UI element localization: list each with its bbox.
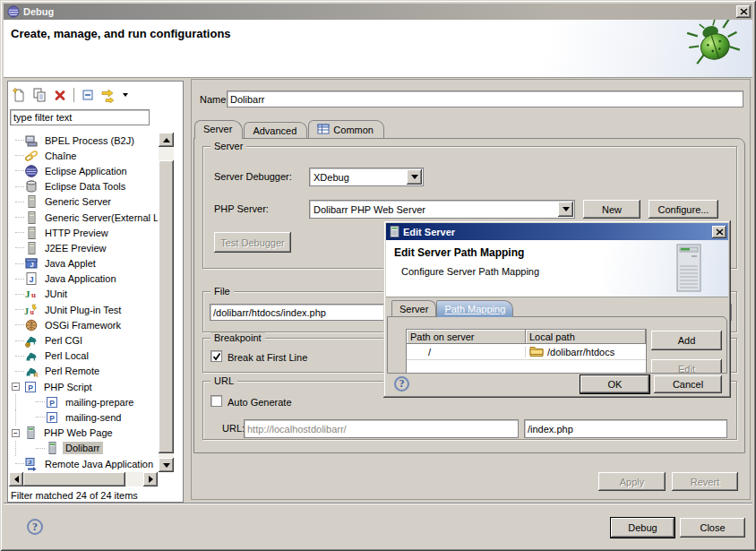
- path-on-server-cell: /: [407, 347, 526, 357]
- tree-item-eclipse-data-tools[interactable]: Eclipse Data Tools: [9, 179, 158, 194]
- close-button[interactable]: Close: [680, 518, 745, 538]
- window-titlebar[interactable]: Debug: [4, 4, 752, 20]
- tree-guide-line: [15, 356, 24, 357]
- break-at-first-line-checkbox[interactable]: [210, 350, 222, 362]
- tree-item-http-preview[interactable]: HTTP Preview: [9, 225, 158, 240]
- edit-button[interactable]: Edit: [651, 359, 722, 374]
- tree-item-java-application[interactable]: JJava Application: [9, 271, 158, 287]
- debug-button[interactable]: Debug: [611, 518, 674, 538]
- auto-generate-label: Auto Generate: [228, 397, 292, 408]
- column-local-path[interactable]: Local path: [526, 330, 646, 344]
- tab-advanced[interactable]: Advanced: [244, 122, 307, 139]
- collapse-all-icon[interactable]: [79, 86, 97, 104]
- name-input[interactable]: [227, 90, 743, 108]
- scroll-up-arrow[interactable]: [159, 133, 174, 147]
- tree-item-label: Eclipse Application: [42, 165, 130, 177]
- apply-button[interactable]: Apply: [598, 472, 666, 491]
- osgi-icon: [24, 318, 39, 332]
- delete-icon[interactable]: [51, 86, 69, 104]
- tree-item-remote-java-application[interactable]: JRemote Java Application: [9, 456, 158, 471]
- svg-text:P: P: [28, 383, 33, 392]
- tree-guide-line: [15, 263, 24, 264]
- tab-common[interactable]: Common: [308, 120, 384, 139]
- toolbar-separator: [73, 88, 75, 102]
- filter-icon[interactable]: [99, 86, 117, 104]
- tree-item-mailing-prepare[interactable]: Pmailing-prepare: [9, 394, 158, 409]
- tree-item-osgi-framework[interactable]: OSGi Framework: [9, 317, 158, 332]
- tree-item-cha-ne[interactable]: Chaîne: [9, 148, 158, 163]
- auto-generate-checkbox[interactable]: [210, 395, 222, 407]
- tree-indent: [15, 394, 30, 409]
- tree-item-perl-local[interactable]: Perl Local: [9, 349, 158, 364]
- tree-item-label: Generic Server: [42, 195, 114, 208]
- filter-input[interactable]: [10, 109, 150, 125]
- tree-guide-line: [15, 340, 24, 341]
- tree-item-perl-cgi[interactable]: Perl CGI: [9, 332, 158, 348]
- tree-guide-line: [36, 417, 45, 418]
- horizontal-scroll-thumb[interactable]: [23, 472, 125, 486]
- menu-arrow-icon[interactable]: [120, 86, 131, 104]
- server-debugger-label: Server Debugger:: [214, 171, 292, 182]
- tree-item-generic-server[interactable]: Generic Server: [9, 194, 158, 210]
- collapse-expander-icon[interactable]: −: [12, 383, 20, 391]
- cancel-button[interactable]: Cancel: [654, 375, 722, 393]
- tree-vertical-scrollbar[interactable]: [159, 133, 174, 472]
- tree-item-java-applet[interactable]: JJava Applet: [9, 256, 158, 271]
- tree-item-perl-remote[interactable]: RPerl Remote: [9, 364, 158, 379]
- tree-item-mailing-send[interactable]: Pmailing-send: [9, 409, 158, 425]
- tree-item-php-script[interactable]: −PPHP Script: [9, 379, 158, 394]
- database-icon: [24, 179, 39, 194]
- url-path-input[interactable]: [524, 419, 727, 438]
- dialog-tab-server[interactable]: Server: [391, 300, 436, 317]
- php-server-combo[interactable]: Dolibarr PHP Web Server: [309, 200, 575, 219]
- tree-horizontal-scrollbar[interactable]: [9, 472, 158, 486]
- chevron-down-icon[interactable]: [558, 202, 573, 217]
- new-server-button[interactable]: New: [583, 200, 640, 219]
- collapse-expander-icon[interactable]: −: [12, 429, 20, 437]
- window-title: Debug: [23, 6, 54, 17]
- configure-button[interactable]: Configure...: [649, 200, 718, 219]
- dialog-titlebar[interactable]: Edit Server: [386, 223, 728, 240]
- tree-guide-line: [36, 448, 45, 449]
- tree-item-generic-server-external-la[interactable]: Generic Server(External La: [9, 210, 158, 225]
- bug-image: [686, 20, 743, 73]
- tree-item-label: mailing-send: [63, 411, 124, 424]
- path-mapping-row[interactable]: //dolibarr/htdocs: [407, 344, 646, 359]
- vertical-scroll-thumb[interactable]: [159, 160, 174, 453]
- tree-item-junit[interactable]: JuJUnit: [9, 287, 158, 302]
- tree-item-j2ee-preview[interactable]: J2EE Preview: [9, 240, 158, 255]
- add-button[interactable]: Add: [651, 331, 722, 350]
- svg-text:P: P: [49, 413, 55, 422]
- dialog-close-button[interactable]: [712, 226, 726, 238]
- column-path-on-server[interactable]: Path on server: [407, 330, 526, 344]
- help-icon[interactable]: ?: [27, 519, 43, 535]
- dialog-help-icon[interactable]: ?: [394, 376, 409, 392]
- dialog-tab-path-mapping[interactable]: Path Mapping: [436, 300, 513, 317]
- scroll-down-arrow[interactable]: [159, 458, 174, 472]
- tree-item-bpel-process-b2j[interactable]: BPEL Process (B2J): [9, 133, 158, 148]
- tree-item-eclipse-application[interactable]: Eclipse Application: [9, 163, 158, 178]
- tree-item-label: OSGi Framework: [42, 319, 124, 331]
- new-configuration-icon[interactable]: [10, 86, 28, 104]
- test-debugger-button[interactable]: Test Debugger: [214, 232, 291, 253]
- scroll-right-arrow[interactable]: [143, 472, 158, 486]
- chevron-down-icon[interactable]: [407, 169, 422, 185]
- svg-text:J: J: [24, 306, 29, 316]
- scroll-left-arrow[interactable]: [9, 472, 23, 486]
- tree-item-php-web-page[interactable]: −PHP Web Page: [9, 426, 158, 441]
- path-mapping-table[interactable]: Path on server Local path //dolibarr/htd…: [406, 329, 647, 374]
- tree-item-dolibarr[interactable]: Dolibarr: [9, 441, 158, 456]
- tab-server[interactable]: Server: [194, 120, 243, 139]
- sidebar-toolbar: [10, 84, 181, 106]
- server-debugger-combo[interactable]: XDebug: [309, 168, 424, 186]
- bpel-process-icon: [24, 133, 39, 148]
- break-at-first-line-label: Break at First Line: [228, 352, 307, 363]
- eclipse-icon: [7, 5, 20, 18]
- tree-guide-line: [36, 401, 45, 402]
- revert-button[interactable]: Revert: [672, 472, 738, 491]
- duplicate-icon[interactable]: [30, 86, 48, 104]
- ok-button[interactable]: OK: [580, 375, 649, 393]
- tree-guide-line: [15, 279, 24, 280]
- window-close-button[interactable]: [736, 5, 751, 18]
- tree-item-junit-plug-in-test[interactable]: JuJUnit Plug-in Test: [9, 302, 158, 317]
